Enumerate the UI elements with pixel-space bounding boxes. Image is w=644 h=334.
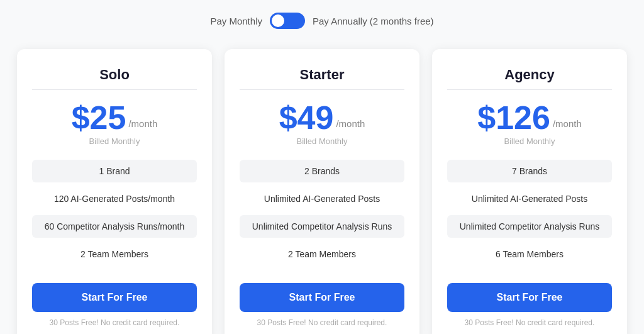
plans-container: Solo$25/monthBilled Monthly1 Brand120 AI…	[17, 49, 627, 334]
plan-feature-solo-2: 60 Competitor Analysis Runs/month	[32, 215, 197, 238]
plan-feature-agency-0: 7 Brands	[447, 160, 612, 182]
billing-toggle-switch[interactable]	[270, 13, 305, 29]
plan-cta-starter[interactable]: Start For Free	[240, 283, 404, 312]
plan-note-solo: 30 Posts Free! No credit card required.	[50, 318, 180, 327]
plan-feature-solo-1: 120 AI-Generated Posts/month	[32, 187, 197, 210]
plan-feature-starter-1: Unlimited AI-Generated Posts	[240, 187, 404, 210]
plan-divider-starter	[240, 89, 404, 90]
plan-price-agency: $126	[477, 101, 550, 134]
plan-features-starter: 2 BrandsUnlimited AI-Generated PostsUnli…	[240, 157, 404, 268]
plan-features-solo: 1 Brand120 AI-Generated Posts/month60 Co…	[32, 157, 197, 268]
plan-divider-solo	[32, 89, 197, 90]
plan-price-row-agency: $126/month	[477, 101, 582, 134]
plan-feature-solo-3: 2 Team Members	[32, 243, 197, 265]
plan-card-starter: Starter$49/monthBilled Monthly2 BrandsUn…	[225, 49, 419, 334]
plan-price-row-starter: $49/month	[279, 101, 365, 134]
plan-period-starter: /month	[336, 118, 365, 129]
pay-annually-label: Pay Annually (2 months free)	[313, 16, 434, 26]
plan-period-solo: /month	[128, 118, 157, 129]
plan-features-agency: 7 BrandsUnlimited AI-Generated PostsUnli…	[447, 157, 612, 268]
plan-feature-agency-1: Unlimited AI-Generated Posts	[447, 187, 612, 210]
plan-price-starter: $49	[279, 101, 334, 134]
toggle-knob	[272, 14, 284, 27]
plan-card-agency: Agency$126/monthBilled Monthly7 BrandsUn…	[432, 49, 627, 334]
plan-feature-agency-3: 6 Team Members	[447, 243, 612, 265]
plan-name-solo: Solo	[99, 67, 130, 83]
plan-billing-solo: Billed Monthly	[89, 136, 140, 146]
plan-billing-agency: Billed Monthly	[504, 136, 555, 146]
plan-feature-solo-0: 1 Brand	[32, 160, 197, 182]
plan-feature-starter-3: 2 Team Members	[240, 243, 404, 265]
plan-price-row-solo: $25/month	[72, 101, 158, 134]
plan-feature-agency-2: Unlimited Competitor Analysis Runs	[447, 215, 612, 238]
plan-note-agency: 30 Posts Free! No credit card required.	[465, 318, 595, 327]
plan-billing-starter: Billed Monthly	[297, 136, 348, 146]
plan-price-solo: $25	[72, 101, 126, 134]
plan-period-agency: /month	[553, 118, 582, 129]
plan-cta-agency[interactable]: Start For Free	[447, 283, 612, 312]
plan-feature-starter-2: Unlimited Competitor Analysis Runs	[240, 215, 404, 238]
plan-card-solo: Solo$25/monthBilled Monthly1 Brand120 AI…	[17, 49, 212, 334]
plan-feature-starter-0: 2 Brands	[240, 160, 404, 182]
plan-name-agency: Agency	[504, 67, 554, 83]
plan-divider-agency	[447, 89, 612, 90]
plan-name-starter: Starter	[300, 67, 345, 83]
billing-toggle-container: Pay Monthly Pay Annually (2 months free)	[210, 13, 433, 29]
pay-monthly-label: Pay Monthly	[210, 16, 262, 26]
plan-note-starter: 30 Posts Free! No credit card required.	[257, 318, 387, 327]
plan-cta-solo[interactable]: Start For Free	[32, 283, 197, 312]
